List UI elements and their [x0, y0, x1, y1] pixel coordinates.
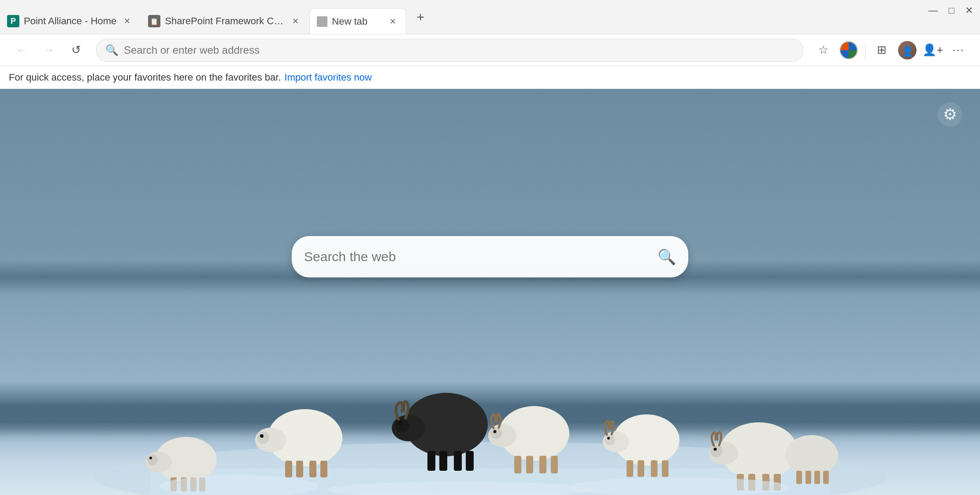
tab-label-3: New tab: [332, 16, 382, 27]
svg-rect-38: [551, 456, 558, 473]
search-box[interactable]: 🔍: [292, 236, 688, 277]
svg-rect-22: [320, 461, 327, 477]
profile-button[interactable]: 👤: [896, 39, 918, 61]
edge-globe-button[interactable]: [838, 39, 860, 61]
refresh-button[interactable]: ↺: [65, 39, 87, 61]
minimize-button[interactable]: —: [928, 5, 938, 16]
favorites-star-button[interactable]: ☆: [812, 39, 834, 61]
svg-point-16: [147, 454, 158, 465]
nav-divider: [865, 42, 865, 58]
svg-point-32: [395, 418, 409, 432]
svg-point-57: [714, 448, 717, 451]
tab-close-3[interactable]: ✕: [386, 15, 399, 28]
address-bar[interactable]: 🔍: [96, 39, 803, 62]
svg-rect-27: [427, 451, 435, 471]
svg-point-25: [260, 434, 264, 438]
new-tab-button[interactable]: +: [407, 4, 434, 30]
svg-rect-44: [638, 460, 644, 477]
svg-rect-19: [285, 461, 292, 477]
tab-label-2: SharePoint Framework Client-Sic: [165, 15, 285, 27]
forward-button[interactable]: →: [38, 39, 60, 61]
tab-new-tab[interactable]: New tab ✕: [309, 8, 406, 34]
navigation-bar: ← → ↺ 🔍 ☆ ⊞ 👤 👤+ ···: [0, 34, 980, 66]
svg-point-41: [494, 430, 497, 433]
svg-rect-37: [539, 456, 546, 473]
collections-icon: ⊞: [877, 43, 887, 57]
svg-point-56: [710, 445, 723, 457]
svg-point-49: [607, 437, 610, 440]
search-container: 🔍: [292, 236, 688, 277]
svg-rect-43: [627, 460, 633, 477]
sheep-scene: [0, 328, 980, 495]
svg-point-58: [785, 435, 838, 476]
refresh-icon: ↺: [71, 43, 81, 57]
maximize-button[interactable]: □: [949, 5, 954, 16]
svg-point-48: [605, 435, 615, 445]
svg-point-40: [490, 428, 502, 439]
svg-rect-61: [814, 471, 820, 484]
address-input[interactable]: [124, 44, 794, 56]
svg-rect-62: [823, 471, 829, 484]
import-favorites-link[interactable]: Import favorites now: [285, 72, 372, 83]
forward-icon: →: [43, 43, 55, 57]
add-profile-icon: 👤+: [922, 43, 943, 57]
avatar: 👤: [898, 41, 917, 59]
settings-icon: ⚙: [943, 105, 957, 124]
star-icon: ☆: [818, 43, 828, 57]
svg-point-33: [398, 421, 402, 425]
more-button[interactable]: ···: [947, 39, 969, 61]
svg-rect-59: [796, 471, 802, 484]
tab-favicon-1: P: [7, 15, 19, 27]
settings-button[interactable]: ⚙: [938, 102, 962, 127]
window-controls: — □ ✕: [921, 2, 980, 19]
svg-rect-20: [296, 461, 303, 477]
tab-close-1[interactable]: ✕: [121, 15, 133, 27]
nav-actions: ☆ ⊞ 👤 👤+ ···: [812, 39, 969, 61]
svg-rect-60: [806, 471, 811, 484]
tab-sharepoint[interactable]: 📋 SharePoint Framework Client-Sic ✕: [141, 8, 308, 34]
favorites-message: For quick access, place your favorites h…: [9, 72, 281, 83]
tab-close-2[interactable]: ✕: [289, 15, 301, 27]
svg-point-24: [257, 432, 269, 444]
more-icon: ···: [952, 43, 965, 57]
tab-favicon-2: 📋: [148, 15, 160, 27]
globe-icon: [840, 41, 858, 59]
favorites-bar: For quick access, place your favorites h…: [0, 66, 980, 89]
tab-label-1: Point Alliance - Home: [24, 15, 116, 27]
add-profile-button[interactable]: 👤+: [922, 39, 944, 61]
title-bar: P Point Alliance - Home ✕ 📋 SharePoint F…: [0, 0, 980, 34]
svg-rect-46: [662, 460, 668, 477]
svg-rect-36: [526, 456, 533, 473]
svg-rect-30: [466, 451, 474, 471]
close-button[interactable]: ✕: [965, 5, 973, 16]
search-input[interactable]: [304, 249, 650, 264]
svg-rect-45: [651, 460, 657, 477]
tab-point-alliance[interactable]: P Point Alliance - Home ✕: [0, 8, 140, 34]
tab-strip: P Point Alliance - Home ✕ 📋 SharePoint F…: [0, 0, 921, 34]
back-button[interactable]: ←: [11, 39, 33, 61]
new-tab-page: ⚙ 🔍: [0, 89, 980, 495]
svg-rect-21: [309, 461, 316, 477]
collections-button[interactable]: ⊞: [871, 39, 893, 61]
address-search-icon: 🔍: [105, 44, 119, 56]
back-icon: ←: [16, 43, 27, 57]
web-search-icon[interactable]: 🔍: [657, 248, 676, 266]
svg-point-17: [149, 457, 152, 459]
svg-rect-29: [454, 451, 462, 471]
svg-rect-28: [439, 451, 447, 471]
tab-favicon-3: [317, 16, 327, 27]
svg-rect-35: [514, 456, 521, 473]
